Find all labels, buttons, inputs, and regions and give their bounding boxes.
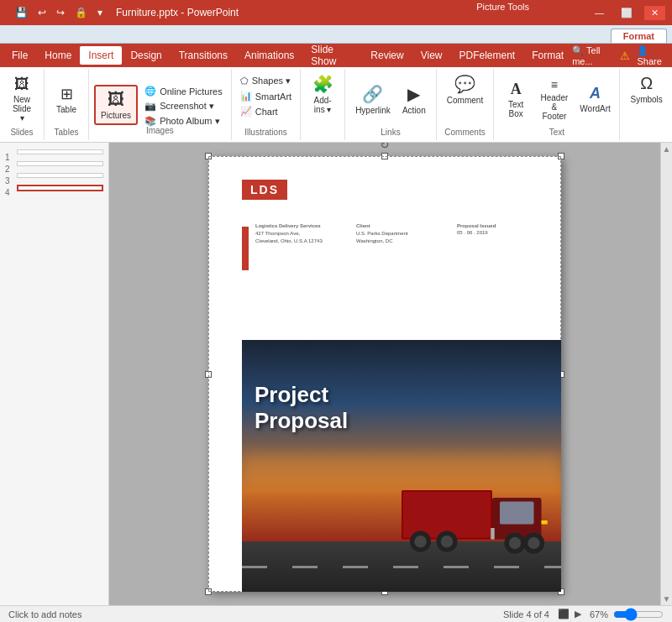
ribbon-group-slides: 🖼 NewSlide ▾ Slides (0, 69, 45, 140)
redo-icon[interactable]: ↪ (53, 5, 68, 20)
illustrations-group-label: Illustrations (244, 128, 287, 139)
save-icon[interactable]: 💾 (12, 5, 31, 20)
header-footer-button[interactable]: ≡ Header& Footer (534, 75, 575, 124)
slide-proposal-col: Proposal Issued 05 . 06 . 2019 (457, 223, 544, 245)
images-group-label: Images (89, 126, 231, 137)
addins-icon: 🧩 (312, 74, 333, 94)
vertical-scrollbar[interactable]: ▲ ▼ (660, 143, 672, 605)
comment-button[interactable]: 💬 Comment (442, 71, 488, 108)
picture-tools-label: Picture Tools (468, 0, 538, 13)
ribbon: 🖼 NewSlide ▾ Slides ⊞ Table Tables 🖼 Pic… (0, 67, 672, 143)
slide-client-col: Client U.S. Parks Department Washington,… (356, 223, 444, 245)
textbox-button[interactable]: A TextBox (499, 77, 533, 122)
company-address: 427 Thompson Ave, Cleveland, Ohio, U.S.A… (255, 230, 343, 245)
menu-slideshow[interactable]: Slide Show (302, 40, 362, 71)
comment-icon: 💬 (454, 74, 475, 94)
slide-canvas[interactable]: ↻ LDS Logistics Delivery Services (208, 156, 561, 592)
tell-me-input[interactable]: 🔍 Tell me... (572, 45, 613, 66)
ribbon-group-illustrations: ⬠ Shapes ▾ 📊 SmartArt 📈 Chart Illustrati… (232, 69, 301, 140)
svg-rect-3 (500, 502, 534, 525)
menu-review[interactable]: Review (362, 46, 412, 65)
shapes-button[interactable]: ⬠ Shapes ▾ (237, 74, 295, 88)
svg-rect-12 (491, 528, 495, 540)
slide-thumb-3[interactable]: 01 Content (17, 173, 103, 178)
zoom-slider[interactable] (613, 609, 664, 619)
menu-home[interactable]: Home (36, 46, 80, 65)
status-bar: Click to add notes Slide 4 of 4 ⬛ ▶ 67% (0, 605, 672, 622)
scroll-up-btn[interactable]: ▲ (661, 143, 672, 155)
ribbon-group-symbols: Ω Symbols (620, 69, 672, 140)
menu-view[interactable]: View (412, 46, 451, 65)
undo-icon[interactable]: ↩ (34, 5, 50, 20)
slide-thumb-1[interactable]: COLUMBUSSTYLISTS (17, 149, 103, 154)
menu-animations[interactable]: Animations (236, 46, 302, 65)
proposal-date: 05 . 06 . 2019 (457, 230, 544, 235)
click-to-add-notes[interactable]: Click to add notes (8, 609, 503, 619)
ribbon-group-text: A TextBox ≡ Header& Footer A WordArt Tex… (494, 69, 620, 140)
menu-file[interactable]: File (3, 46, 36, 65)
handle-tr[interactable] (558, 153, 564, 159)
addins-button[interactable]: 🧩 Add-ins ▾ (306, 71, 339, 118)
chart-label: Chart (255, 107, 278, 117)
action-button[interactable]: ▶ Action (397, 81, 431, 118)
slide-4-number: 4 (5, 188, 10, 197)
new-slide-button[interactable]: 🖼 NewSlide ▾ (5, 72, 39, 126)
tab-format[interactable]: Format (611, 29, 667, 43)
symbols-label: Symbols (630, 95, 662, 104)
wordart-button[interactable]: A WordArt (576, 81, 615, 117)
minimize-btn[interactable]: — (590, 6, 609, 19)
slide-bottom-image: ProjectProposal (242, 340, 561, 592)
chart-icon: 📈 (240, 106, 252, 117)
handle-bl[interactable] (205, 588, 212, 595)
smartart-button[interactable]: 📊 SmartArt (237, 89, 295, 103)
share-btn[interactable]: 👤 Share (637, 45, 669, 66)
slide-thumb-4[interactable]: LDS ProjectProposal (17, 185, 103, 191)
slide-1-container: 1 COLUMBUSSTYLISTS (17, 149, 103, 154)
slide-logo: LDS (242, 180, 287, 200)
truck-illustration (402, 474, 553, 567)
action-icon: ▶ (407, 84, 420, 104)
text-buttons: A TextBox ≡ Header& Footer A WordArt (499, 71, 614, 128)
shapes-icon: ⬠ (240, 76, 249, 86)
svg-rect-1 (403, 492, 491, 538)
slide-thumb-2[interactable]: Table of Contents (17, 161, 103, 166)
svg-rect-13 (542, 520, 548, 525)
svg-point-7 (441, 536, 453, 547)
view-icon[interactable]: ⬛ (558, 609, 570, 619)
menu-format[interactable]: Format (523, 46, 572, 65)
menu-design[interactable]: Design (122, 46, 170, 65)
handle-tl[interactable] (205, 153, 212, 159)
company-name-label: Logistics Delivery Services (255, 223, 343, 228)
slide-info-section: Logistics Delivery Services 427 Thompson… (255, 223, 544, 245)
menu-bar: File Home Insert Design Transitions Anim… (0, 44, 672, 67)
chart-button[interactable]: 📈 Chart (237, 104, 295, 118)
format-tab-section: Format (611, 29, 669, 43)
slide-2-container: 2 Table of Contents (17, 161, 103, 166)
hyperlink-button[interactable]: 🔗 Hyperlink (350, 81, 396, 118)
menu-insert[interactable]: Insert (80, 46, 122, 65)
tables-buttons: ⊞ Table (50, 71, 83, 128)
menu-pdfelement[interactable]: PDFelement (450, 46, 523, 65)
pictures-label: Pictures (101, 111, 131, 120)
symbols-button[interactable]: Ω Symbols (625, 71, 667, 107)
pictures-button[interactable]: 🖼 Pictures (94, 85, 138, 125)
handle-tc[interactable] (381, 153, 388, 159)
screenshot-button[interactable]: 📷 Screenshot ▾ (141, 99, 226, 113)
slide-number: Slide 4 of 4 (503, 609, 549, 619)
client-label: Client (356, 223, 444, 228)
rotate-handle[interactable]: ↻ (380, 143, 390, 151)
scroll-down-btn[interactable]: ▼ (661, 593, 672, 605)
table-button[interactable]: ⊞ Table (50, 81, 83, 118)
slideshow-icon[interactable]: ▶ (575, 609, 581, 619)
online-pictures-button[interactable]: 🌐 Online Pictures (141, 84, 226, 98)
addins-label: Add-ins ▾ (314, 96, 332, 114)
restore-btn[interactable]: ⬜ (616, 6, 638, 20)
handle-ml[interactable] (205, 371, 212, 378)
close-btn[interactable]: ✕ (644, 6, 665, 20)
links-group-label: Links (381, 128, 400, 139)
menu-transitions[interactable]: Transitions (171, 46, 236, 65)
svg-point-9 (509, 537, 521, 549)
slide-2-number: 2 (5, 165, 10, 174)
lock-icon[interactable]: 🔒 (71, 5, 91, 20)
qat-dropdown-icon[interactable]: ▾ (94, 5, 106, 20)
